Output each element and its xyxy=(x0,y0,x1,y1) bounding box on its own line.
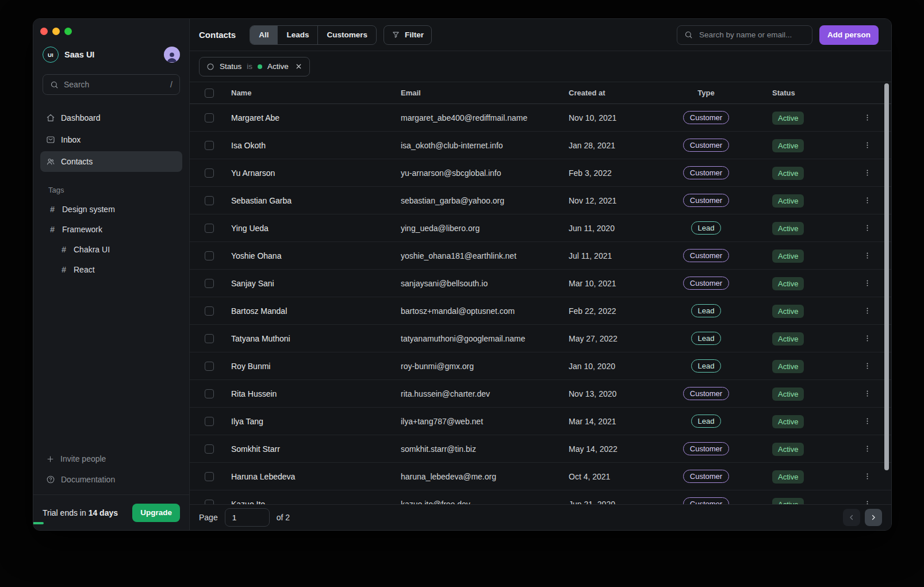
close-button[interactable] xyxy=(40,28,48,35)
row-menu-button[interactable] xyxy=(862,222,873,233)
upgrade-button[interactable]: Upgrade xyxy=(132,504,180,522)
trial-banner: Trial ends in 14 days Upgrade xyxy=(33,494,189,530)
workspace-row: UI Saas UI xyxy=(33,40,189,65)
sidebar-link-documentation[interactable]: Documentation xyxy=(40,469,182,490)
row-checkbox[interactable] xyxy=(205,500,214,505)
column-header-created-at[interactable]: Created at xyxy=(569,89,661,97)
status-badge: Active xyxy=(772,498,804,505)
type-badge: Customer xyxy=(683,194,729,207)
tags-section-title: Tags xyxy=(33,172,189,199)
row-select-cell xyxy=(190,168,231,178)
status-cell: Active xyxy=(752,306,844,316)
sidebar-tag-react[interactable]: #React xyxy=(33,259,189,279)
row-menu-button[interactable] xyxy=(862,278,873,289)
row-checkbox[interactable] xyxy=(205,113,214,122)
next-page-button[interactable] xyxy=(865,509,882,526)
sidebar-tag-design-system[interactable]: #Design system xyxy=(33,199,189,219)
sidebar-search-input[interactable]: Search / xyxy=(43,74,180,95)
row-menu-button[interactable] xyxy=(862,195,873,206)
toolbar-right: Add person xyxy=(677,25,879,45)
sidebar-item-inbox[interactable]: Inbox xyxy=(40,129,182,150)
row-checkbox[interactable] xyxy=(205,417,214,426)
status-badge: Active xyxy=(772,112,804,125)
row-checkbox[interactable] xyxy=(205,141,214,150)
type-cell: Customer xyxy=(661,497,752,504)
pager-buttons xyxy=(843,509,882,526)
row-menu-button[interactable] xyxy=(862,305,873,316)
sidebar-tags: #Design system#Framework#Chakra UI#React xyxy=(33,199,189,279)
row-menu-button[interactable] xyxy=(862,333,873,344)
contact-name: Somkhit Starr xyxy=(231,444,401,454)
row-select-cell xyxy=(190,224,231,233)
active-filters-bar: Status is Active xyxy=(190,51,891,82)
sidebar-item-dashboard[interactable]: Dashboard xyxy=(40,108,182,128)
sidebar-item-contacts[interactable]: Contacts xyxy=(40,151,182,172)
row-checkbox[interactable] xyxy=(205,306,214,316)
row-checkbox[interactable] xyxy=(205,362,214,371)
row-checkbox[interactable] xyxy=(205,389,214,398)
row-menu-button[interactable] xyxy=(862,250,873,261)
filter-button[interactable]: Filter xyxy=(384,25,432,45)
filter-value[interactable]: Active xyxy=(267,62,289,71)
row-menu-button[interactable] xyxy=(862,471,873,482)
tab-customers[interactable]: Customers xyxy=(318,26,376,44)
contact-name: Ying Ueda xyxy=(231,224,401,233)
search-icon xyxy=(50,80,59,89)
select-all-checkbox[interactable] xyxy=(205,89,214,98)
table-row: Rita Husseinrita.hussein@charter.devNov … xyxy=(190,380,891,408)
type-badge: Customer xyxy=(683,166,729,179)
row-menu-button[interactable] xyxy=(862,498,873,504)
add-person-button[interactable]: Add person xyxy=(819,25,879,45)
row-menu-button[interactable] xyxy=(862,443,873,454)
status-badge: Active xyxy=(772,332,804,346)
zoom-button[interactable] xyxy=(64,28,72,35)
column-header-name[interactable]: Name xyxy=(231,89,401,97)
row-checkbox[interactable] xyxy=(205,334,214,343)
contacts-search-box[interactable] xyxy=(677,25,812,45)
table-row: Sanjay Sanisanjaysani@bellsouth.ioMar 10… xyxy=(190,270,891,297)
row-menu-button[interactable] xyxy=(862,360,873,371)
type-badge: Customer xyxy=(683,139,729,152)
row-menu-button[interactable] xyxy=(862,140,873,151)
column-header-type[interactable]: Type xyxy=(661,89,752,97)
row-menu-button[interactable] xyxy=(862,416,873,427)
created-at: Feb 3, 2022 xyxy=(569,168,661,178)
created-at: Nov 13, 2020 xyxy=(569,389,661,398)
row-checkbox[interactable] xyxy=(205,224,214,233)
column-header-email[interactable]: Email xyxy=(401,89,569,97)
row-checkbox[interactable] xyxy=(205,168,214,178)
user-avatar[interactable] xyxy=(164,47,180,63)
scrollbar-thumb[interactable] xyxy=(884,83,889,470)
row-menu-button[interactable] xyxy=(862,388,873,399)
contact-email: margaret_abe400@rediffmail.name xyxy=(401,113,569,122)
sidebar-tag-framework[interactable]: #Framework xyxy=(33,219,189,239)
status-filter-chip[interactable]: Status is Active xyxy=(199,57,310,76)
type-filter-tabs: AllLeadsCustomers xyxy=(250,25,377,45)
tab-all[interactable]: All xyxy=(250,26,278,44)
row-menu-button[interactable] xyxy=(862,167,873,178)
sidebar-link-invite-people[interactable]: Invite people xyxy=(40,448,182,469)
column-header-status[interactable]: Status xyxy=(752,89,844,97)
tab-leads[interactable]: Leads xyxy=(278,26,318,44)
table-row: Ilya Tangilya+tang787@web.netMar 14, 202… xyxy=(190,408,891,435)
row-checkbox[interactable] xyxy=(205,196,214,205)
row-checkbox[interactable] xyxy=(205,279,214,288)
sidebar-tag-chakra-ui[interactable]: #Chakra UI xyxy=(33,239,189,259)
row-checkbox[interactable] xyxy=(205,444,214,454)
contact-email: yu-arnarson@sbcglobal.info xyxy=(401,168,569,178)
sidebar-search-placeholder: Search xyxy=(64,80,165,89)
row-checkbox[interactable] xyxy=(205,251,214,260)
type-badge: Customer xyxy=(683,470,729,483)
page-number-input[interactable] xyxy=(225,508,270,527)
table-row: Somkhit Starrsomkhit.starr@tin.bizMay 14… xyxy=(190,435,891,463)
row-select-cell xyxy=(190,444,231,454)
minimize-button[interactable] xyxy=(52,28,60,35)
row-checkbox[interactable] xyxy=(205,472,214,481)
remove-filter-button[interactable] xyxy=(295,63,302,70)
status-cell: Active xyxy=(752,472,844,481)
type-cell: Lead xyxy=(661,415,752,428)
row-menu-button[interactable] xyxy=(862,112,873,123)
table-row: Yu Arnarsonyu-arnarson@sbcglobal.infoFeb… xyxy=(190,159,891,187)
previous-page-button[interactable] xyxy=(843,509,860,526)
contacts-search-input[interactable] xyxy=(698,30,805,40)
